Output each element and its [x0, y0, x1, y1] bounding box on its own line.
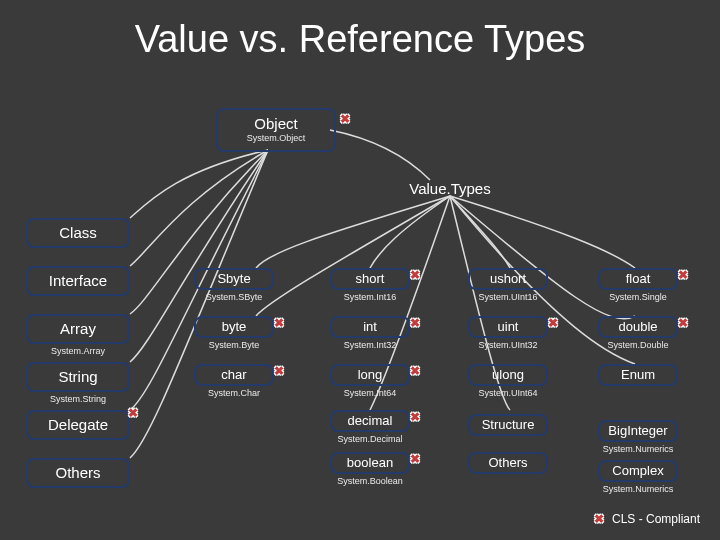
node-enum: Enum [598, 364, 678, 386]
cross-icon: ✖ [338, 112, 352, 126]
node-sbyte-system: System.SByte [194, 292, 274, 302]
node-biginteger: BigInteger [598, 420, 678, 442]
node-sbyte: Sbyte [194, 268, 274, 290]
node-string: String [26, 362, 130, 392]
cross-icon: ✖ [408, 268, 422, 282]
node-array: Array [26, 314, 130, 344]
legend-label: CLS - Compliant [612, 512, 700, 526]
node-others-val: Others [468, 452, 548, 474]
node-object: Object System.Object [216, 108, 336, 152]
legend: ✖ CLS - Compliant [592, 512, 700, 526]
node-string-system: System.String [26, 394, 130, 404]
cross-icon: ✖ [408, 452, 422, 466]
node-class: Class [26, 218, 130, 248]
cross-icon: ✖ [676, 316, 690, 330]
cross-icon: ✖ [272, 364, 286, 378]
node-ushort-system: System.UInt16 [468, 292, 548, 302]
node-ulong-system: System.UInt64 [468, 388, 548, 398]
node-biginteger-system: System.Numerics [598, 444, 678, 454]
node-double-system: System.Double [598, 340, 678, 350]
node-char-system: System.Char [194, 388, 274, 398]
node-decimal-system: System.Decimal [330, 434, 410, 444]
cross-icon: ✖ [408, 364, 422, 378]
cross-icon: ✖ [272, 316, 286, 330]
node-complex: Complex [598, 460, 678, 482]
node-uint: uint [468, 316, 548, 338]
node-others-ref: Others [26, 458, 130, 488]
cross-icon: ✖ [408, 316, 422, 330]
node-long: long [330, 364, 410, 386]
value-types-header: Value.Types [360, 180, 540, 197]
node-int-system: System.Int32 [330, 340, 410, 350]
node-byte-system: System.Byte [194, 340, 274, 350]
node-interface: Interface [26, 266, 130, 296]
node-delegate: Delegate [26, 410, 130, 440]
cross-icon: ✖ [408, 410, 422, 424]
node-double: double [598, 316, 678, 338]
node-int: int [330, 316, 410, 338]
node-ulong: ulong [468, 364, 548, 386]
node-uint-system: System.UInt32 [468, 340, 548, 350]
node-structure: Structure [468, 414, 548, 436]
node-object-system: System.Object [247, 134, 306, 144]
node-boolean: boolean [330, 452, 410, 474]
cross-icon: ✖ [546, 316, 560, 330]
node-short-system: System.Int16 [330, 292, 410, 302]
node-ushort: ushort [468, 268, 548, 290]
node-byte: byte [194, 316, 274, 338]
node-array-system: System.Array [26, 346, 130, 356]
node-decimal: decimal [330, 410, 410, 432]
node-short: short [330, 268, 410, 290]
cross-icon: ✖ [126, 406, 140, 420]
cross-icon: ✖ [592, 512, 606, 526]
node-float: float [598, 268, 678, 290]
node-object-name: Object [254, 116, 297, 133]
node-char: char [194, 364, 274, 386]
node-long-system: System.Int64 [330, 388, 410, 398]
slide-title: Value vs. Reference Types [0, 18, 720, 61]
cross-icon: ✖ [676, 268, 690, 282]
node-boolean-system: System.Boolean [330, 476, 410, 486]
node-complex-system: System.Numerics [598, 484, 678, 494]
node-float-system: System.Single [598, 292, 678, 302]
